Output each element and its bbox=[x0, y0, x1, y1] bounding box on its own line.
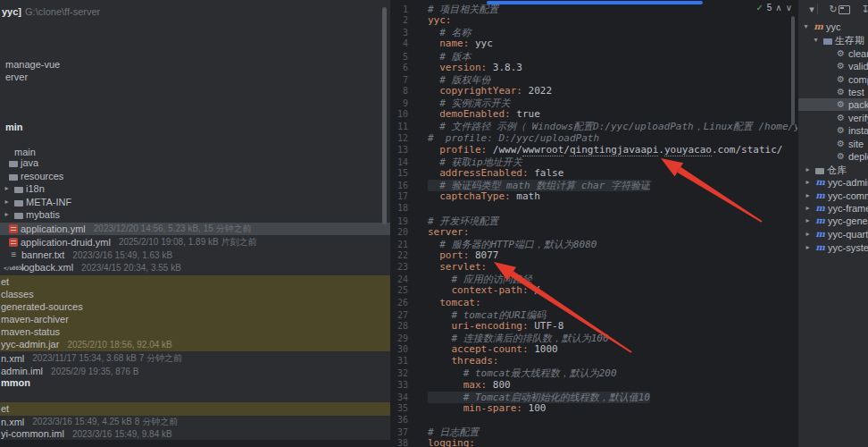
tree-row[interactable]: maven-archiver bbox=[0, 313, 390, 326]
code-line[interactable]: 23 servlet: bbox=[390, 261, 797, 273]
maven-item[interactable]: 生存期 bbox=[798, 34, 868, 46]
maven-item-label: clean bbox=[848, 48, 868, 59]
code-line[interactable]: 7 # 版权年份 bbox=[390, 73, 797, 85]
code-line[interactable]: 35 min-spare: 100 bbox=[390, 402, 797, 414]
code-line[interactable]: 21 # 服务器的HTTP端口，默认为8080 bbox=[390, 238, 797, 249]
code-line[interactable]: 8 copyrightYear: 2022 bbox=[390, 85, 797, 97]
hide-chevron-icon[interactable]: ▾ bbox=[801, 4, 813, 15]
maven-item[interactable]: compile bbox=[798, 73, 868, 86]
code-line[interactable]: 25 context-path: / bbox=[390, 284, 797, 296]
maven-item[interactable]: deploy bbox=[798, 150, 868, 163]
file-icon bbox=[9, 238, 18, 247]
maven-item[interactable]: site bbox=[798, 138, 868, 150]
source-folder-icon[interactable] bbox=[839, 4, 850, 15]
code-line[interactable]: 3 # 名称 bbox=[390, 26, 797, 38]
inspections-widget[interactable]: ✓ 5 ∧ ∨ bbox=[755, 2, 792, 13]
tree-row[interactable]: META-INF bbox=[0, 196, 390, 208]
tree-row[interactable]: manage-vue bbox=[0, 58, 390, 71]
code-line[interactable]: 16 # 验证码类型 math 数组计算 char 字符验证 bbox=[390, 179, 797, 190]
maven-item[interactable]: yyc-generator bbox=[798, 215, 868, 227]
tree-row[interactable]: logback.xml 2023/4/15 20:34, 3.55 kB bbox=[0, 261, 390, 274]
maven-item[interactable]: verify bbox=[798, 112, 868, 124]
maven-item[interactable]: yyc-system bbox=[798, 241, 868, 254]
tree-row[interactable]: mmon bbox=[0, 376, 390, 389]
prev-problem-icon[interactable]: ∧ bbox=[775, 3, 781, 13]
code-line[interactable]: 9 # 实例演示开关 bbox=[390, 97, 797, 108]
tree-row[interactable]: i18n bbox=[0, 182, 390, 195]
tree-row[interactable]: application.yml 2023/12/20 14:56, 5.23 k… bbox=[0, 223, 390, 235]
tree-row[interactable]: admin.iml 2025/2/9 19:35, 876 B bbox=[0, 365, 390, 377]
code-line[interactable]: 2yyc: bbox=[390, 14, 797, 26]
code-line[interactable]: 10 demoEnabled: true bbox=[390, 108, 797, 120]
tree-row[interactable]: maven-status bbox=[0, 325, 390, 339]
code-line[interactable]: 26 tomcat: bbox=[390, 297, 797, 308]
maven-item[interactable]: clean bbox=[798, 47, 868, 60]
code-line[interactable]: 18 bbox=[390, 202, 797, 214]
project-root-row[interactable]: yyc] G:\clone\ff-server bbox=[2, 5, 100, 18]
maven-item[interactable]: package bbox=[798, 98, 868, 111]
maven-item[interactable]: test bbox=[798, 86, 868, 98]
code-line[interactable]: 28 uri-encoding: UTF-8 bbox=[390, 320, 797, 332]
code-line[interactable]: 11 # 文件路径 示例（ Windows配置D:/yyc/uploadPath… bbox=[390, 120, 797, 131]
code-line[interactable]: 27 # tomcat的URI编码 bbox=[390, 308, 797, 320]
code-line[interactable]: 30 accept-count: 1000 bbox=[390, 343, 797, 355]
project-path: G:\clone\ff-server bbox=[25, 6, 100, 17]
code-line[interactable]: 5 # 版本 bbox=[390, 50, 797, 62]
file-icon bbox=[9, 224, 18, 233]
tree-row[interactable]: yyc-admin.jar 2025/2/10 18:56, 92.04 kB bbox=[0, 338, 390, 351]
sync-maven-icon[interactable]: ↻ bbox=[822, 4, 834, 15]
code-line[interactable]: 4 name: yyc bbox=[390, 38, 797, 49]
code-line[interactable]: 17 captchaType: math bbox=[390, 190, 797, 202]
editor[interactable]: 1# 项目相关配置2yyc:3 # 名称4 name: yyc5 # 版本6 v… bbox=[390, 0, 797, 447]
tree-row[interactable]: n.xml 2023/11/17 15:34, 3.68 kB 7 分钟之前 bbox=[0, 352, 390, 365]
next-problem-icon[interactable]: ∨ bbox=[786, 3, 792, 13]
tree-row[interactable]: classes bbox=[0, 288, 390, 301]
editor-scrollbar[interactable] bbox=[791, 16, 795, 125]
maven-item-label: package bbox=[848, 99, 868, 110]
tree-row[interactable]: mybatis bbox=[0, 208, 390, 221]
project-scrollbar[interactable] bbox=[382, 7, 387, 224]
code-line[interactable]: 37# 日志配置 bbox=[390, 426, 797, 437]
tree-row[interactable]: et bbox=[0, 275, 390, 289]
file-icon bbox=[14, 213, 23, 219]
tree-row[interactable]: java bbox=[0, 156, 390, 169]
code-line[interactable]: 14 # 获取ip地址开关 bbox=[390, 156, 797, 167]
tree-row[interactable]: yi-common.iml 2023/3/16 15:49, 9.84 kB bbox=[0, 427, 390, 440]
maven-item[interactable]: yyc-common bbox=[798, 190, 868, 202]
tree-row[interactable]: banner.txt 2023/3/16 15:49, 1.63 kB bbox=[0, 249, 390, 261]
code-line[interactable]: 33 max: 800 bbox=[390, 379, 797, 391]
code-line[interactable]: 13 profile: /www/wwwroot/qingtingjavaapi… bbox=[390, 144, 797, 156]
maven-item[interactable]: yyc-quartz bbox=[798, 228, 868, 240]
maven-item-icon bbox=[815, 178, 825, 188]
tree-row-label: admin.iml bbox=[1, 366, 43, 376]
code-line[interactable]: 12# profile: D:/yyc/uploadPath bbox=[390, 132, 797, 144]
maven-item[interactable]: yyc-admin bbox=[798, 176, 868, 189]
code-line[interactable]: 34 # Tomcat启动初始化的线程数，默认值10 bbox=[390, 391, 797, 402]
download-sources-icon[interactable]: ↧ bbox=[855, 4, 866, 15]
code-line[interactable]: 22 port: 8077 bbox=[390, 249, 797, 261]
maven-item[interactable]: validate bbox=[798, 60, 868, 72]
tree-row[interactable]: erver bbox=[0, 71, 390, 83]
code-line[interactable]: 6 version: 3.8.3 bbox=[390, 62, 797, 73]
code-line[interactable]: 19# 开发环境配置 bbox=[390, 215, 797, 226]
code-line[interactable]: 38logging: bbox=[390, 437, 797, 447]
tree-row[interactable]: generated-sources bbox=[0, 300, 390, 314]
maven-item[interactable]: yyc bbox=[798, 21, 868, 33]
maven-item[interactable]: install bbox=[798, 124, 868, 137]
file-icon bbox=[9, 250, 19, 260]
code-line[interactable]: 36 bbox=[390, 414, 797, 426]
tree-row-label: et bbox=[1, 276, 9, 287]
maven-item[interactable]: 仓库 bbox=[798, 164, 868, 176]
tree-row[interactable]: min bbox=[0, 121, 390, 133]
maven-item[interactable]: yyc-framework bbox=[798, 202, 868, 215]
code-line[interactable]: 15 addressEnabled: false bbox=[390, 167, 797, 179]
code-line[interactable]: 32 # tomcat最大线程数，默认为200 bbox=[390, 367, 797, 378]
tree-row[interactable]: et bbox=[0, 402, 390, 416]
code-line[interactable]: 31 threads: bbox=[390, 355, 797, 367]
tree-row[interactable]: application-druid.yml 2025/2/10 19:08, 1… bbox=[0, 236, 390, 249]
code-line[interactable]: 20server: bbox=[390, 226, 797, 238]
code-line[interactable]: 24 # 应用的访问路径 bbox=[390, 273, 797, 284]
tree-row[interactable]: resources bbox=[0, 170, 390, 182]
tree-row[interactable]: n.xml 2023/3/16 15:49, 4.25 kB 8 分钟之前 bbox=[0, 416, 390, 428]
code-line[interactable]: 29 # 连接数满后的排队数，默认为100 bbox=[390, 332, 797, 343]
